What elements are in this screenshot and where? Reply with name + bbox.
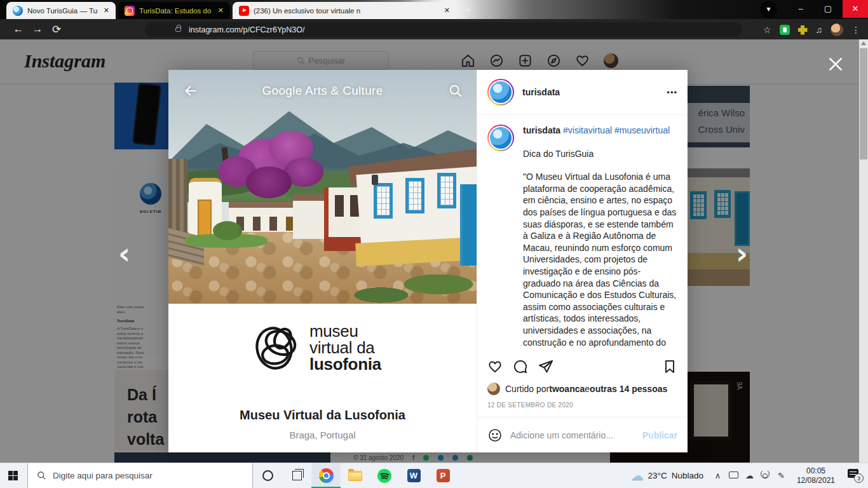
likes-mid: e (585, 384, 590, 394)
logo-line: virtual da (309, 339, 381, 356)
clock[interactable]: 00:05 12/08/2021 (789, 466, 843, 485)
street-photo: Google Arts & Culture (168, 70, 477, 304)
onedrive-cloud-icon[interactable]: ☁ (742, 471, 757, 480)
bush (213, 221, 242, 240)
forward-button[interactable]: → (28, 23, 47, 36)
scrollbar-thumb[interactable] (860, 48, 867, 159)
like-heart-icon[interactable] (487, 359, 503, 374)
museum-location: Braga, Portugal (168, 430, 477, 440)
window-maximize-button[interactable]: ▢ (815, 0, 841, 18)
wifi-icon[interactable] (757, 471, 773, 480)
bookmark-star-icon[interactable]: ☆ (763, 25, 771, 35)
ga-app-title: Google Arts & Culture (168, 84, 477, 98)
pen-icon[interactable]: ✎ (773, 471, 789, 480)
blue-door (460, 184, 477, 266)
next-post-chevron[interactable]: › (736, 244, 748, 263)
post-username[interactable]: turisdata (522, 87, 560, 97)
comment-row: Publicar (477, 417, 688, 452)
cortana-button[interactable] (253, 463, 282, 488)
tab-youtube[interactable]: (236) Un esclusivo tour virtuale n ✕ (233, 2, 456, 19)
extension-icon[interactable] (780, 25, 790, 35)
new-tab-button[interactable]: + (460, 3, 477, 18)
media-queue-icon[interactable]: ♫ (816, 25, 823, 35)
ga-app-header: Google Arts & Culture (168, 70, 477, 114)
tab-close-icon[interactable]: ✕ (217, 6, 225, 15)
ga-search-icon[interactable] (449, 84, 463, 98)
file-explorer-icon[interactable] (341, 463, 370, 488)
caption-area[interactable]: turisdata #visitavirtual #museuvirtual D… (477, 116, 688, 352)
tab-title: Novo TurisGuia — Turisdata-RJ (27, 7, 98, 15)
weather-widget[interactable]: ☁ 23°C Nublado (625, 468, 709, 483)
notification-badge: 3 (854, 473, 864, 483)
purple-tree (218, 119, 326, 215)
turisdata-avatar (490, 81, 512, 103)
browser-tab-bar: Novo TurisGuia — Turisdata-RJ ✕ TurisDat… (0, 0, 868, 19)
museum-title: Museu Virtual da Lusofonia (168, 408, 477, 423)
likes-prefix: Curtido por (505, 384, 549, 394)
windows-taskbar: W P ☁ 23°C Nublado ∧ ☁ ✎ 00:05 12/08/202… (0, 463, 868, 488)
spotify-icon[interactable] (370, 463, 399, 488)
url-field[interactable]: instagram.com/p/CFCzr6YpN3O/ (145, 22, 742, 37)
tray-time: 00:05 (797, 466, 835, 476)
system-tray: ☁ 23°C Nublado ∧ ☁ ✎ 00:05 12/08/2021 3 (625, 463, 868, 488)
powerpoint-icon[interactable]: P (428, 463, 458, 488)
tab-title: TurisData: Estudos do Turismo (@ (139, 7, 212, 15)
start-button[interactable] (8, 471, 18, 480)
chevron-circle-button[interactable]: ▾ (760, 1, 777, 18)
browser-scrollbar[interactable] (859, 39, 868, 463)
search-icon (37, 471, 46, 480)
tab-close-icon[interactable]: ✕ (102, 6, 111, 15)
comment-icon[interactable] (513, 359, 528, 374)
browser-menu-icon[interactable]: ⋮ (851, 25, 860, 35)
window-close-button[interactable]: ✕ (843, 0, 868, 18)
post-header: turisdata ••• (477, 70, 688, 115)
turisdata-avatar (490, 127, 512, 149)
museum-logo (250, 320, 308, 376)
share-plane-icon[interactable] (538, 359, 553, 374)
page-url: instagram.com/p/CFCzr6YpN3O/ (189, 25, 304, 34)
tray-expand-chevron[interactable]: ∧ (710, 471, 726, 480)
liker-avatar[interactable] (487, 383, 500, 395)
scroll-up-arrow[interactable] (861, 41, 866, 45)
publish-button[interactable]: Publicar (642, 430, 677, 440)
close-icon (827, 56, 844, 72)
caption-hashtags[interactable]: #visitavirtual #museuvirtual (563, 125, 670, 135)
chrome-taskbar-icon[interactable] (311, 463, 341, 488)
weather-temp: 23°C (648, 471, 667, 480)
instagram-favicon (125, 6, 135, 16)
tab-turisguia[interactable]: Novo TurisGuia — Turisdata-RJ ✕ (6, 2, 116, 19)
turisdata-favicon (13, 6, 23, 16)
reload-button[interactable]: ⟳ (47, 23, 66, 36)
taskbar-search[interactable] (27, 463, 253, 488)
notification-center-button[interactable]: 3 (843, 463, 868, 488)
back-button[interactable]: ← (9, 23, 28, 36)
youtube-favicon (239, 6, 249, 16)
likes-row: Curtido por twoanca e outras 14 pessoas (487, 383, 667, 395)
museum-info-card: museu virtual da lusofonia Museu Virtual… (168, 304, 477, 452)
story-ring[interactable] (487, 79, 514, 105)
window-minimize-button[interactable]: – (788, 0, 813, 18)
word-icon[interactable]: W (399, 463, 428, 488)
tab-close-icon[interactable]: ✕ (443, 6, 451, 15)
extensions-puzzle-icon[interactable] (798, 25, 808, 35)
post-image[interactable]: Google Arts & Culture museu (168, 70, 477, 452)
screen-cast-icon[interactable] (726, 471, 742, 480)
browser-profile-avatar[interactable] (831, 24, 843, 36)
taskbar-search-input[interactable] (53, 471, 231, 480)
logo-line: museu (309, 323, 381, 339)
save-bookmark-icon[interactable] (662, 359, 677, 374)
address-bar-actions: ☆ ♫ ⋮ (763, 20, 860, 39)
post-options-icon[interactable]: ••• (667, 88, 677, 97)
tab-instagram-active[interactable]: TurisData: Estudos do Turismo (@ ✕ (118, 2, 230, 19)
modal-close-button[interactable] (827, 56, 844, 75)
previous-post-chevron[interactable]: ‹ (118, 244, 130, 263)
grass (349, 261, 477, 304)
emoji-icon[interactable] (487, 428, 503, 443)
story-ring[interactable] (487, 125, 514, 151)
likes-others[interactable]: outras 14 pessoas (590, 384, 667, 394)
comment-input[interactable] (510, 430, 635, 440)
caption-username[interactable]: turisdata (523, 125, 560, 135)
house-blue-windows (356, 140, 477, 267)
likes-username[interactable]: twoanca (549, 384, 585, 394)
task-view-button[interactable] (282, 463, 311, 488)
